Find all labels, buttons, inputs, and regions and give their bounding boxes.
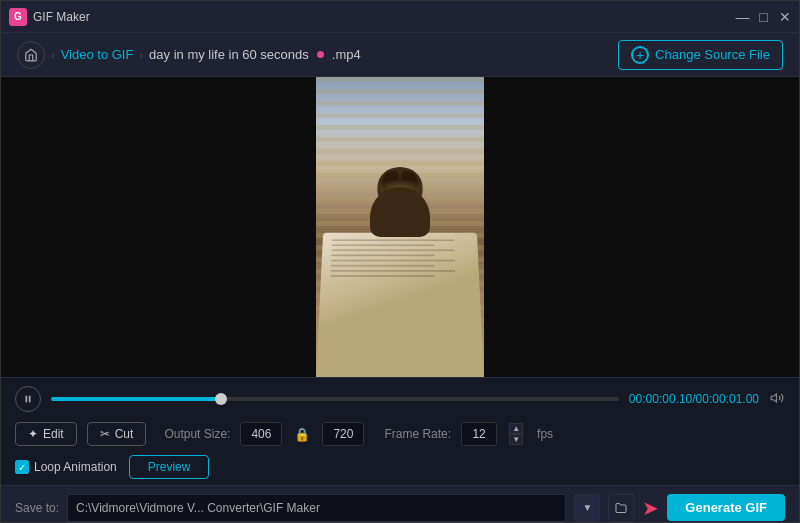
progress-fill [51, 397, 221, 401]
close-button[interactable]: ✕ [778, 10, 791, 23]
title-bar-left: G GIF Maker [9, 8, 90, 26]
book-line [331, 260, 455, 262]
time-current: 00:00:00.10 [629, 392, 692, 406]
book-line [331, 270, 456, 272]
home-icon [24, 48, 38, 62]
breadcrumb-ext: .mp4 [332, 47, 361, 62]
preview-button[interactable]: Preview [129, 455, 210, 479]
loop-row: ✓ Loop Animation Preview [15, 450, 785, 479]
output-width-input[interactable] [240, 422, 282, 446]
open-folder-button[interactable] [608, 494, 634, 522]
app-title: GIF Maker [33, 10, 90, 24]
window-controls: — □ ✕ [736, 10, 791, 23]
output-size-label: Output Size: [164, 427, 230, 441]
minimize-button[interactable]: — [736, 10, 749, 23]
edit-icon: ✦ [28, 427, 38, 441]
play-pause-button[interactable] [15, 386, 41, 412]
folder-icon [614, 502, 628, 514]
black-left-bar [1, 77, 316, 377]
dropdown-arrow-icon: ▼ [582, 502, 592, 513]
frame-rate-stepper: ▲ ▼ [509, 423, 523, 445]
frame-rate-up[interactable]: ▲ [509, 423, 523, 434]
svg-marker-2 [771, 393, 776, 401]
output-height-input[interactable] [322, 422, 364, 446]
arrow-right-indicator: ➤ [642, 496, 659, 520]
volume-button[interactable] [769, 391, 785, 408]
volume-icon [769, 391, 785, 405]
header-bar: › Video to GIF › day in my life in 60 se… [1, 33, 799, 77]
app-icon: G [9, 8, 27, 26]
pause-icon [23, 394, 33, 404]
video-frame [316, 77, 484, 377]
generate-gif-label: Generate GIF [685, 500, 767, 515]
loop-animation-checkbox[interactable]: ✓ Loop Animation [15, 460, 117, 474]
frame-rate-down[interactable]: ▼ [509, 434, 523, 445]
breadcrumb-separator-2: › [139, 49, 143, 61]
black-right-bar [484, 77, 799, 377]
plus-circle-icon: + [631, 46, 649, 64]
save-path-input[interactable] [67, 494, 566, 522]
maximize-button[interactable]: □ [757, 10, 770, 23]
generate-gif-button[interactable]: Generate GIF [667, 494, 785, 521]
home-button[interactable] [17, 41, 45, 69]
time-total: 00:00:01.00 [696, 392, 759, 406]
frame-rate-input[interactable] [461, 422, 497, 446]
change-source-button[interactable]: + Change Source File [618, 40, 783, 70]
book-line [331, 265, 435, 267]
preview-label: Preview [148, 460, 191, 474]
checkmark-icon: ✓ [18, 462, 26, 473]
save-path-dropdown-button[interactable]: ▼ [574, 494, 600, 522]
controls-row: ✦ Edit ✂ Cut Output Size: 🔒 Frame Rate: … [15, 418, 785, 450]
cut-button[interactable]: ✂ Cut [87, 422, 147, 446]
video-area [1, 77, 799, 377]
progress-bar[interactable] [51, 397, 619, 401]
footer-row: Save to: ▼ ➤ Generate GIF [1, 485, 799, 523]
timeline-row: 00:00:00.10/00:00:01.00 [15, 386, 785, 412]
time-display: 00:00:00.10/00:00:01.00 [629, 392, 759, 406]
loop-checkbox-box: ✓ [15, 460, 29, 474]
cut-icon: ✂ [100, 427, 110, 441]
breadcrumb-video-to-gif[interactable]: Video to GIF [61, 47, 134, 62]
change-source-label: Change Source File [655, 47, 770, 62]
book-line [330, 275, 434, 277]
cut-label: Cut [115, 427, 134, 441]
frame-rate-label: Frame Rate: [384, 427, 451, 441]
save-to-label: Save to: [15, 501, 59, 515]
breadcrumb-filename: day in my life in 60 seconds [149, 47, 309, 62]
breadcrumb: › Video to GIF › day in my life in 60 se… [17, 41, 361, 69]
edit-label: Edit [43, 427, 64, 441]
breadcrumb-dot [317, 51, 324, 58]
title-bar: G GIF Maker — □ ✕ [1, 1, 799, 33]
dog-silhouette [360, 157, 440, 257]
lock-icon[interactable]: 🔒 [294, 427, 310, 442]
edit-button[interactable]: ✦ Edit [15, 422, 77, 446]
progress-thumb [215, 393, 227, 405]
playback-area: 00:00:00.10/00:00:01.00 ✦ Edit ✂ Cut Out… [1, 377, 799, 485]
loop-animation-label: Loop Animation [34, 460, 117, 474]
fps-label: fps [537, 427, 553, 441]
svg-rect-1 [29, 396, 31, 403]
svg-rect-0 [26, 396, 28, 403]
breadcrumb-separator-1: › [51, 49, 55, 61]
